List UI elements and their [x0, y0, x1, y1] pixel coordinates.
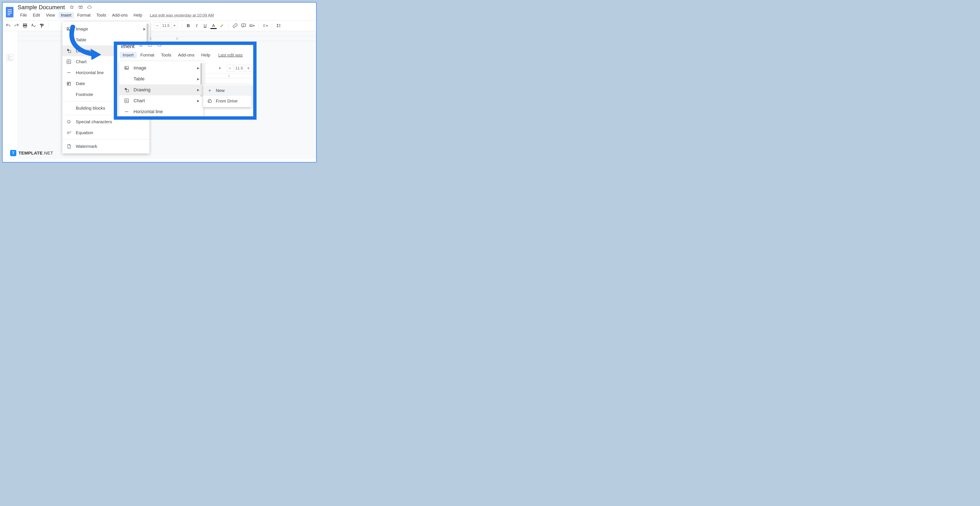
last-edit-link[interactable]: Last edit was yesterday at 10:09 AM [150, 13, 214, 18]
image-icon [124, 65, 129, 71]
menu-tools[interactable]: Tools [94, 12, 109, 19]
svg-rect-6 [23, 24, 27, 25]
toolbar-separator [258, 23, 259, 29]
move-icon[interactable] [148, 45, 152, 49]
docs-logo-icon[interactable] [5, 6, 14, 18]
insert-watermark[interactable]: Watermark [62, 141, 150, 152]
toolbar-separator [272, 23, 272, 29]
drive-icon [207, 98, 212, 104]
blank-icon [66, 105, 72, 111]
overlay-title-fragment: ıment [121, 45, 135, 49]
menu-label: Chart [134, 98, 145, 103]
menu-label: Building blocks [76, 106, 105, 111]
submenu-arrow-icon: ▶ [197, 88, 199, 92]
font-size-control: − 11.5 + [154, 22, 178, 29]
menu-label: Drawing [134, 87, 151, 92]
blank-icon [124, 76, 129, 82]
chart-icon [66, 59, 72, 64]
chart-icon [124, 98, 129, 103]
image-icon [66, 26, 72, 32]
cloud-status-icon[interactable] [87, 5, 92, 10]
font-size-value[interactable]: 11.5 [161, 22, 171, 29]
text-color-button[interactable]: A [211, 23, 216, 29]
menu-view[interactable]: View [43, 12, 57, 19]
spellcheck-icon[interactable] [31, 23, 36, 29]
star-icon[interactable] [139, 45, 143, 49]
submenu-arrow-icon: ▶ [143, 27, 146, 31]
ov-insert-hline[interactable]: Horizontal line [119, 106, 203, 117]
omega-icon: Ω [66, 119, 72, 124]
svg-rect-3 [8, 13, 12, 13]
left-sidebar [3, 31, 17, 159]
ov-last-edit[interactable]: Last edit was [218, 53, 243, 57]
bold-button[interactable]: B [186, 23, 191, 29]
toolbar-separator [228, 23, 229, 29]
paint-format-icon[interactable] [39, 23, 45, 29]
ov-insert-drawing[interactable]: Drawing ▶ [119, 84, 203, 95]
hline-icon [66, 70, 72, 75]
font-size-decrease[interactable]: − [226, 65, 233, 71]
font-dropdown-caret-icon[interactable]: ▼ [215, 67, 224, 70]
menu-edit[interactable]: Edit [30, 12, 42, 19]
italic-button[interactable]: I [194, 23, 199, 29]
move-icon[interactable] [78, 5, 83, 10]
insert-equation[interactable]: π² Equation [62, 127, 150, 138]
menu-label: Horizontal line [76, 70, 104, 75]
line-spacing-icon[interactable] [276, 23, 281, 29]
svg-rect-4 [8, 14, 10, 15]
overlay-insert-dropdown: Image ▶ Table ▶ Drawing ▶ Chart ▶ Horizo… [119, 61, 203, 118]
menu-label: Watermark [76, 144, 97, 149]
svg-rect-23 [126, 90, 129, 92]
svg-rect-1 [8, 10, 12, 10]
menu-format[interactable]: Format [75, 12, 93, 19]
ov-font-size-control: − 11.5 + [226, 65, 252, 72]
insert-image[interactable]: Image ▶ [62, 24, 150, 35]
underline-button[interactable]: U [202, 23, 208, 29]
menu-help[interactable]: Help [131, 12, 145, 19]
ov-menu-addons[interactable]: Add-ons [175, 52, 197, 58]
date-icon [66, 81, 72, 86]
ov-insert-chart[interactable]: Chart ▶ [119, 95, 203, 106]
ruler-mark: 6 [176, 37, 178, 40]
cloud-status-icon[interactable] [157, 45, 161, 49]
font-size-increase[interactable]: + [245, 65, 252, 71]
hline-icon [124, 109, 129, 115]
menubar: File Edit View Insert Format Tools Add-o… [18, 11, 214, 20]
template-net-watermark: T TEMPLATE.NET [10, 150, 53, 156]
drawing-from-drive[interactable]: From Drive [203, 96, 251, 106]
print-icon[interactable] [22, 23, 28, 29]
star-icon[interactable] [70, 5, 74, 10]
drawing-icon [124, 87, 129, 92]
add-comment-icon[interactable] [241, 23, 246, 29]
overlay-menubar: Insert Format Tools Add-ons Help Last ed… [117, 49, 253, 60]
align-icon[interactable]: ▾ [262, 23, 268, 29]
drawing-submenu: + New From Drive [203, 84, 251, 107]
ov-insert-table[interactable]: Table ▶ [119, 73, 203, 84]
ov-menu-insert[interactable]: Insert [120, 52, 137, 58]
blank-icon [66, 92, 72, 97]
drawing-icon [66, 48, 72, 54]
document-title[interactable]: Sample Document [18, 4, 65, 11]
highlight-icon[interactable] [219, 23, 224, 29]
redo-icon[interactable] [14, 23, 19, 29]
font-size-value[interactable]: 11.5 [233, 65, 245, 72]
insert-image-icon[interactable]: ▾ [249, 23, 255, 29]
submenu-arrow-icon: ▶ [197, 99, 199, 102]
insert-link-icon[interactable] [232, 23, 238, 29]
menu-insert[interactable]: Insert [58, 12, 74, 19]
menu-file[interactable]: File [18, 12, 29, 19]
drawing-new[interactable]: + New [203, 85, 251, 96]
ov-menu-help[interactable]: Help [198, 52, 213, 58]
menu-label: Horizontal line [134, 109, 163, 115]
toolbar-separator [181, 23, 182, 29]
undo-icon[interactable] [5, 23, 11, 29]
menu-addons[interactable]: Add-ons [110, 12, 130, 19]
outline-icon[interactable] [6, 54, 13, 61]
svg-rect-19 [149, 45, 152, 46]
ov-menu-tools[interactable]: Tools [158, 52, 174, 58]
ov-insert-image[interactable]: Image ▶ [119, 62, 203, 73]
font-size-increase[interactable]: + [171, 23, 178, 28]
font-size-decrease[interactable]: − [154, 23, 161, 28]
ov-menu-format[interactable]: Format [137, 52, 158, 58]
submenu-arrow-icon: ▶ [197, 77, 199, 81]
